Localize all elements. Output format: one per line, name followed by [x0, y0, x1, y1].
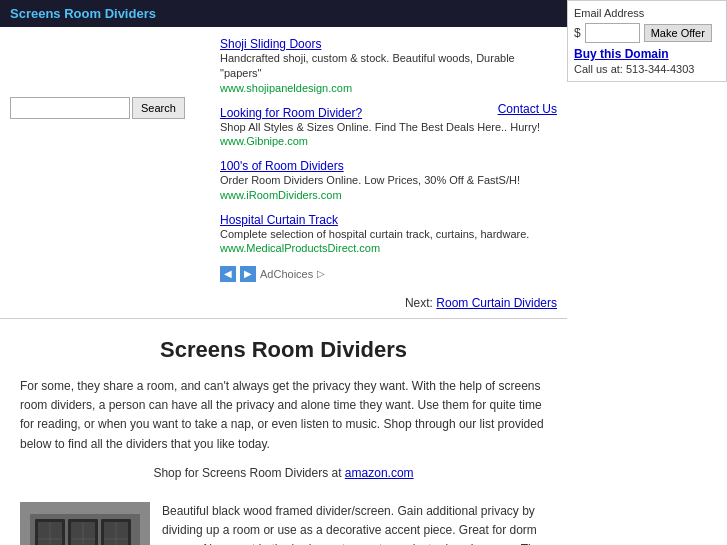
ad-listings: Contact Us Shoji Sliding Doors Handcraft… [210, 37, 557, 282]
left-sidebar: Search [10, 37, 210, 282]
email-label: Email Address [574, 7, 720, 19]
adchoices-label: AdChoices [260, 268, 313, 280]
call-text: Call us at: 513-344-4303 [574, 63, 694, 75]
adchoices-arrow: ▷ [317, 268, 325, 279]
ad-url-3: www.iRoomDividers.com [220, 189, 557, 201]
search-input[interactable] [10, 97, 130, 119]
ad-url-1: www.shojipaneldesign.com [220, 82, 557, 94]
ad-url-4: www.MedicalProductsDirect.com [220, 242, 557, 254]
product-image-svg [30, 514, 140, 545]
search-form: Search [10, 97, 210, 119]
adchoices-row: ◀ ▶ AdChoices ▷ [220, 266, 557, 282]
product-description: Beautiful black wood framed divider/scre… [162, 502, 547, 545]
shop-line: Shop for Screens Room Dividers at amazon… [20, 466, 547, 480]
shop-prefix: Shop for Screens Room Dividers at [153, 466, 341, 480]
ad-title-1[interactable]: Shoji Sliding Doors [220, 37, 557, 51]
ad-title-3[interactable]: 100's of Room Dividers [220, 159, 557, 173]
contact-us-link[interactable]: Contact Us [498, 102, 557, 116]
search-button[interactable]: Search [132, 97, 185, 119]
article-section: Screens Room Dividers For some, they sha… [0, 327, 567, 502]
offer-input[interactable] [585, 23, 640, 43]
next-label: Next: [405, 296, 433, 310]
article-heading: Screens Room Dividers [20, 337, 547, 363]
next-row: Next: Room Curtain Dividers [0, 296, 567, 310]
ad-desc-3: Order Room Dividers Online. Low Prices, … [220, 173, 557, 188]
next-button[interactable]: ▶ [240, 266, 256, 282]
domain-offer-box: Email Address $ Make Offer Buy this Doma… [567, 0, 727, 82]
product-image [20, 502, 150, 545]
next-link[interactable]: Room Curtain Dividers [436, 296, 557, 310]
article-intro: For some, they share a room, and can't a… [20, 377, 547, 454]
ad-item: 100's of Room Dividers Order Room Divide… [220, 159, 557, 200]
ad-item: Shoji Sliding Doors Handcrafted shoji, c… [220, 37, 557, 94]
ad-title-4[interactable]: Hospital Curtain Track [220, 213, 557, 227]
dollar-sign: $ [574, 26, 581, 40]
prev-button[interactable]: ◀ [220, 266, 236, 282]
site-title: Screens Room Dividers [10, 6, 156, 21]
ad-desc-4: Complete selection of hospital curtain t… [220, 227, 557, 242]
buy-domain-link[interactable]: Buy this Domain [574, 47, 720, 61]
product-row: Beautiful black wood framed divider/scre… [0, 502, 567, 545]
ad-item: Hospital Curtain Track Complete selectio… [220, 213, 557, 254]
amazon-link[interactable]: amazon.com [345, 466, 414, 480]
ad-desc-1: Handcrafted shoji, custom & stock. Beaut… [220, 51, 557, 82]
make-offer-button[interactable]: Make Offer [644, 24, 712, 42]
ad-url-2: www.Gibnipe.com [220, 135, 557, 147]
ad-desc-2: Shop All Styles & Sizes Online. Find The… [220, 120, 557, 135]
